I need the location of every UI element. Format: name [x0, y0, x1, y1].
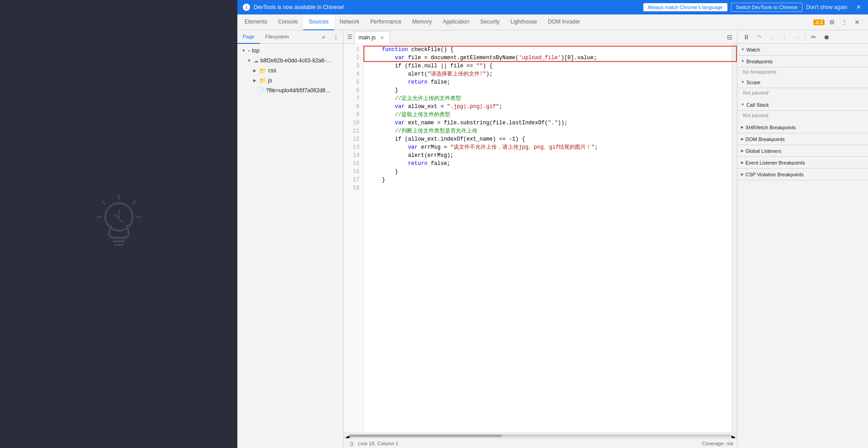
editor-nav-back[interactable]: ☰ [345, 33, 354, 40]
code-vscroll[interactable] [731, 44, 737, 433]
scope-content: Not paused [737, 88, 868, 99]
breakpoints-section-header[interactable]: ▼ Breakpoints [737, 56, 868, 67]
tab-performance[interactable]: Performance [365, 14, 407, 30]
folder-icon-js: 📁 [259, 77, 266, 84]
code-line-3[interactable]: if (file.null || file == "") { [363, 62, 731, 70]
watch-label: Watch [746, 47, 760, 52]
csp-section-header[interactable]: ▶ CSP Violation Breakpoints [737, 169, 868, 180]
editor-filename: main.js [359, 34, 376, 41]
call-stack-section-header[interactable]: ▼ Call Stack [737, 99, 868, 111]
scope-section-header[interactable]: ▼ Scope [737, 76, 868, 88]
tab-console[interactable]: Console [273, 14, 303, 30]
scope-label: Scope [746, 80, 760, 85]
line-num-7: 7 [344, 94, 363, 103]
panel-more-btn[interactable]: ⋮ [330, 32, 341, 42]
dont-show-link[interactable]: Don't show again [806, 4, 848, 10]
hscroll-track[interactable] [349, 434, 731, 437]
tree-item-js[interactable]: 📁 js [237, 75, 343, 85]
code-line-8[interactable]: var allow_ext = ".jpg|.png|.gif"; [363, 103, 731, 111]
tab-lighthouse[interactable]: Lighthouse [505, 14, 542, 30]
code-line-10[interactable]: var ext_name = file.substring(file.lastI… [363, 119, 731, 127]
xhr-section-header[interactable]: ▶ XHR/fetch Breakpoints [737, 122, 868, 133]
code-line-17[interactable]: } [363, 176, 731, 184]
line-num-18: 18 [344, 184, 363, 192]
step-over-btn[interactable]: ↷ [754, 32, 764, 42]
panel-actions: ⋮ [329, 32, 343, 42]
tab-sources[interactable]: Sources [303, 14, 334, 30]
dom-breakpoints-section-header[interactable]: ▶ DOM Breakpoints [737, 133, 868, 145]
code-hscrollbar[interactable]: ◀ ▶ [344, 433, 737, 438]
format-btn[interactable]: {} [347, 439, 356, 448]
tree-item-css[interactable]: 📁 css [237, 66, 343, 75]
status-bar: {} Line 18, Column 1 Coverage: n/a [344, 438, 737, 448]
editor-file-tab[interactable]: main.js × [354, 31, 390, 44]
event-listener-label: Event Listener Breakpoints [745, 160, 805, 165]
code-line-11[interactable]: //判断上传文件类型是否允许上传 [363, 127, 731, 135]
global-listeners-section-header[interactable]: ▶ Global Listeners [737, 145, 868, 157]
more-options-btn[interactable]: ⋮ [839, 17, 850, 28]
deactivate-breakpoints-btn[interactable]: ✏ [808, 32, 819, 42]
switch-devtools-btn[interactable]: Switch DevTools to Chinese [731, 3, 802, 12]
tree-item-top[interactable]: ▫ top [237, 46, 343, 56]
code-content[interactable]: function checkFile() { var file = docume… [363, 44, 731, 433]
editor-tab-actions: ⊟ [724, 32, 735, 42]
code-line-5[interactable]: return false; [363, 78, 731, 86]
pause-btn[interactable]: ⏸ [741, 32, 752, 42]
left-background [0, 0, 237, 448]
line-num-16: 16 [344, 168, 363, 176]
line-num-8: 8 [344, 103, 363, 111]
debug-toolbar: ⏸ ↷ ↓ ↑ → ✏ ⏺ [737, 30, 868, 44]
tree-item-file[interactable]: 📄 ?file=uplo4d/b5f7a062d84869... [237, 85, 343, 95]
watch-arrow: ▼ [741, 47, 745, 52]
hscroll-left[interactable]: ◀ [345, 434, 349, 438]
tab-memory[interactable]: Memory [407, 14, 437, 30]
code-line-9[interactable]: //提取上传文件的类型 [363, 111, 731, 119]
line-num-13: 13 [344, 143, 363, 151]
code-line-16[interactable]: } [363, 168, 731, 176]
tab-elements[interactable]: Elements [239, 14, 273, 30]
devtools-panel: i DevTools is now available in Chinese! … [237, 0, 868, 448]
pause-on-exceptions-btn[interactable]: ⏺ [821, 32, 832, 42]
line-num-17: 17 [344, 176, 363, 184]
code-line-12[interactable]: if (allow_ext.indexOf(ext_name) == -1) { [363, 135, 731, 143]
always-match-btn[interactable]: Always match Chrome's language [643, 3, 727, 11]
code-line-1[interactable]: function checkFile() { [363, 46, 731, 54]
code-area[interactable]: 123456789101112131415161718 function che… [344, 44, 737, 433]
code-line-4[interactable]: alert("请选择要上传的文件!"); [363, 70, 731, 78]
tab-application[interactable]: Application [437, 14, 475, 30]
code-line-15[interactable]: return false; [363, 160, 731, 168]
coverage-status: Coverage: n/a [702, 441, 733, 446]
panel-tab-filesystem[interactable]: Filesystem [260, 30, 295, 44]
tab-network[interactable]: Network [334, 14, 365, 30]
watch-section-header[interactable]: ▼ Watch [737, 44, 868, 56]
editor-collapse-btn[interactable]: ⊟ [724, 32, 735, 42]
tab-dom-invader[interactable]: DOM Invader [542, 14, 585, 30]
code-line-7[interactable]: //定义允许上传的文件类型 [363, 94, 731, 103]
code-line-2[interactable]: var file = document.getElementsByName('u… [363, 54, 731, 62]
close-tab-btn[interactable]: × [378, 34, 386, 41]
step-out-btn[interactable]: ↑ [779, 32, 790, 42]
code-line-18[interactable] [363, 184, 731, 192]
folder-icon-css: 📁 [259, 67, 266, 74]
info-icon: i [243, 4, 250, 11]
notification-close-btn[interactable]: × [855, 3, 863, 11]
tab-security[interactable]: Security [475, 14, 505, 30]
close-devtools-btn[interactable]: ✕ [852, 17, 863, 28]
code-line-14[interactable]: alert(errMsg); [363, 151, 731, 160]
settings-btn[interactable]: ⚙ [826, 17, 837, 28]
step-into-btn[interactable]: ↓ [766, 32, 777, 42]
tree-item-domain[interactable]: ☁ b8f2e82b-e0dd-4c63-82a6-70d9... [237, 56, 343, 66]
panel-tab-more-btn[interactable]: » [318, 34, 329, 40]
step-btn[interactable]: → [792, 32, 802, 42]
code-line-6[interactable]: } [363, 86, 731, 94]
status-bar-right: Coverage: n/a [702, 441, 733, 446]
line-num-1: 1 [344, 46, 363, 54]
event-listener-section-header[interactable]: ▶ Event Listener Breakpoints [737, 157, 868, 169]
line-num-9: 9 [344, 111, 363, 119]
code-line-13[interactable]: var errMsg = "该文件不允许上传，请上传jpg、png、gif结尾的… [363, 143, 731, 151]
hscroll-right[interactable]: ▶ [731, 434, 735, 438]
panel-tab-page[interactable]: Page [237, 30, 260, 44]
global-listeners-arrow: ▶ [741, 149, 744, 153]
global-listeners-label: Global Listeners [745, 148, 782, 154]
line-num-2: 2 [344, 54, 363, 62]
